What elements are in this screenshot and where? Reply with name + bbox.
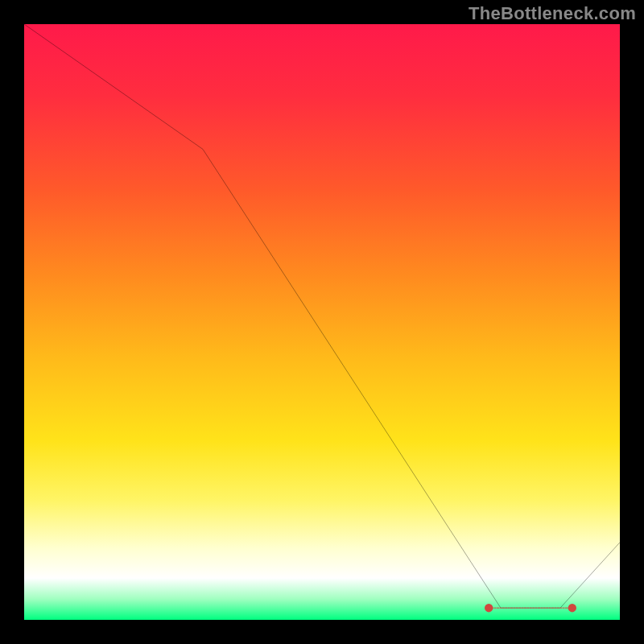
attribution-text: TheBottleneck.com bbox=[469, 3, 636, 24]
chart-container: TheBottleneck.com bbox=[0, 0, 644, 644]
highlight-endpoint-right bbox=[568, 604, 576, 612]
plot-overlay bbox=[24, 24, 620, 620]
plot-area bbox=[24, 24, 620, 620]
value-line bbox=[24, 24, 620, 608]
highlight-endpoint-left bbox=[485, 604, 493, 612]
